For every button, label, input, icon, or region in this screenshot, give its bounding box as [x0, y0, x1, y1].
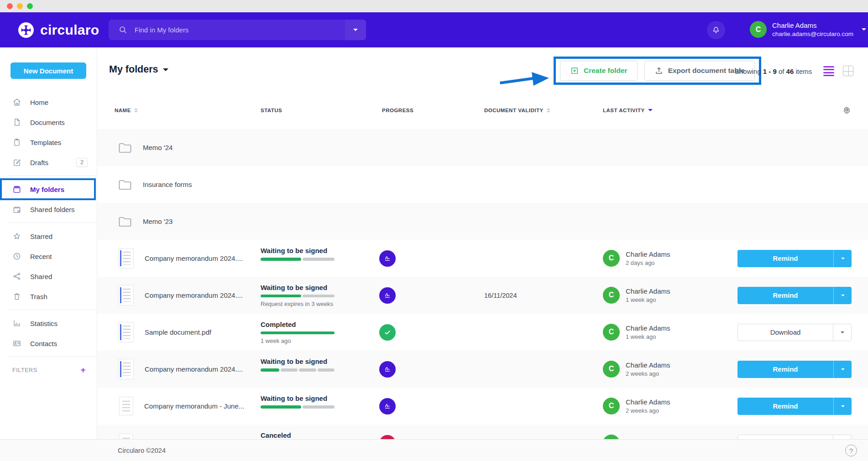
activity-time: 2 weeks ago: [626, 407, 670, 415]
user-name: Charlie Adams: [772, 21, 853, 30]
table-row-document[interactable]: Company memorandum 2024.... Waiting to b…: [97, 240, 868, 277]
divider: [7, 176, 97, 176]
status-label: Waiting to be signed: [261, 247, 382, 254]
notifications-button[interactable]: [707, 21, 725, 39]
table-row-document[interactable]: Company memorandum 2024.... Waiting to b…: [97, 351, 868, 388]
maximize-window-button[interactable]: [27, 3, 33, 9]
activity-time: 2 days ago: [626, 259, 670, 267]
edit-icon: [12, 158, 21, 167]
sidebar-item-shared[interactable]: Shared: [0, 266, 97, 286]
download-button[interactable]: Download: [737, 324, 852, 341]
action-dropdown-button[interactable]: [833, 361, 852, 378]
actor-name: Charlie Adams: [626, 250, 670, 259]
footer: Circularo ©2024 ?: [0, 439, 868, 461]
table-row-document[interactable]: Sample document.pdf Completed 1 week ago…: [97, 314, 868, 351]
document-name: Company memorandum 2024....: [145, 291, 243, 299]
sidebar-item-home[interactable]: Home: [0, 92, 97, 112]
star-icon: [12, 232, 21, 241]
status-note: Request expires in 3 weeks: [261, 300, 382, 307]
table-row-folder[interactable]: Memo '24: [97, 129, 868, 166]
document-thumbnail-icon: [118, 285, 134, 306]
chevron-down-icon: [841, 332, 844, 335]
activity-time: 2 weeks ago: [626, 370, 670, 378]
main-content: My folders Create folder Export document…: [97, 47, 868, 461]
column-header-name[interactable]: NAME: [115, 106, 261, 114]
clock-icon: [12, 252, 21, 261]
search-scope-dropdown[interactable]: [345, 20, 366, 40]
sidebar-item-contacts[interactable]: Contacts: [0, 333, 97, 353]
action-dropdown-button[interactable]: [833, 324, 851, 341]
search-input[interactable]: [135, 26, 308, 34]
shared-folder-icon: [12, 205, 21, 214]
sidebar-item-label: Shared: [30, 273, 52, 280]
table-row-folder[interactable]: Insurance forms: [97, 166, 868, 203]
chevron-down-icon: [841, 258, 845, 261]
column-header-document-validity[interactable]: DOCUMENT VALIDITY: [484, 106, 603, 114]
progress-bar: [261, 368, 335, 372]
status-label: Completed: [261, 321, 382, 328]
search-icon: [119, 26, 127, 34]
sidebar-item-starred[interactable]: Starred: [0, 226, 97, 246]
sidebar-item-recent[interactable]: Recent: [0, 246, 97, 266]
tutorial-highlight-box: Create folder Export document table: [554, 57, 761, 85]
column-header-progress: PROGRESS: [382, 108, 484, 113]
remind-button[interactable]: Remind: [737, 250, 852, 267]
actor-avatar: C: [603, 361, 620, 378]
document-thumbnail-icon: [118, 248, 134, 269]
sidebar-item-drafts[interactable]: Drafts 2: [0, 152, 97, 172]
sidebar-item-label: Templates: [30, 139, 61, 146]
page-title[interactable]: My folders: [109, 64, 168, 75]
drafts-count-badge: 2: [76, 158, 88, 167]
brand-logo[interactable]: circularo: [17, 21, 99, 39]
add-filter-button[interactable]: +: [80, 366, 86, 375]
signature-badge-icon: [379, 398, 396, 414]
user-menu[interactable]: C Charlie Adams charlie.adams@circularo.…: [750, 21, 866, 38]
signature-badge-icon: [379, 361, 396, 378]
table-row-document[interactable]: Company memorandum 2024.... Waiting to b…: [97, 277, 868, 314]
bar-chart-icon: [12, 319, 21, 328]
sidebar-item-trash[interactable]: Trash: [0, 286, 97, 306]
help-button[interactable]: ?: [845, 445, 857, 456]
grid-view-toggle[interactable]: [843, 66, 853, 76]
column-header-last-activity[interactable]: LAST ACTIVITY: [603, 107, 737, 114]
chevron-down-icon: [841, 405, 845, 409]
table-settings-gear-icon[interactable]: [842, 105, 852, 115]
sidebar-item-my-folders[interactable]: My folders: [0, 179, 97, 199]
action-dropdown-button[interactable]: [833, 398, 852, 415]
id-card-icon: [12, 339, 21, 348]
search-bar[interactable]: [109, 20, 366, 40]
action-dropdown-button[interactable]: [833, 250, 852, 267]
progress-bar: [261, 295, 335, 297]
sidebar-item-statistics[interactable]: Statistics: [0, 313, 97, 333]
document-validity: 16/11/2024: [484, 292, 603, 299]
folder-icon: [118, 216, 132, 228]
folder-icon: [12, 185, 21, 194]
list-view-toggle[interactable]: [823, 66, 834, 76]
remind-button[interactable]: Remind: [737, 361, 852, 378]
new-document-button[interactable]: New Document: [10, 62, 86, 79]
actor-name: Charlie Adams: [626, 398, 670, 407]
table-header: NAME STATUS PROGRESS DOCUMENT VALIDITY L…: [97, 100, 868, 120]
actor-name: Charlie Adams: [626, 361, 670, 370]
trash-icon: [12, 292, 21, 301]
sidebar-item-documents[interactable]: Documents: [0, 112, 97, 132]
filters-section: FILTERS +: [0, 366, 97, 375]
sidebar-item-templates[interactable]: Templates: [0, 132, 97, 152]
sidebar-item-shared-folders[interactable]: Shared folders: [0, 199, 97, 219]
actor-avatar: C: [603, 324, 620, 341]
remind-button[interactable]: Remind: [737, 287, 852, 304]
bell-icon: [711, 26, 721, 35]
signature-badge-icon: [379, 287, 396, 304]
document-name: Company memorandum 2024....: [145, 254, 243, 262]
status-label: Waiting to be signed: [261, 357, 382, 365]
table-row-folder[interactable]: Memo '23: [97, 203, 868, 240]
close-window-button[interactable]: [7, 3, 13, 9]
document-thumbnail-icon: [118, 322, 134, 342]
create-folder-button[interactable]: Create folder: [560, 61, 638, 81]
minimize-window-button[interactable]: [17, 3, 23, 9]
remind-button[interactable]: Remind: [737, 398, 852, 415]
activity-time: 1 week ago: [626, 296, 670, 304]
create-folder-icon: [570, 66, 579, 75]
action-dropdown-button[interactable]: [833, 287, 852, 304]
table-row-document[interactable]: Company memorandum - June... Waiting to …: [97, 388, 868, 425]
